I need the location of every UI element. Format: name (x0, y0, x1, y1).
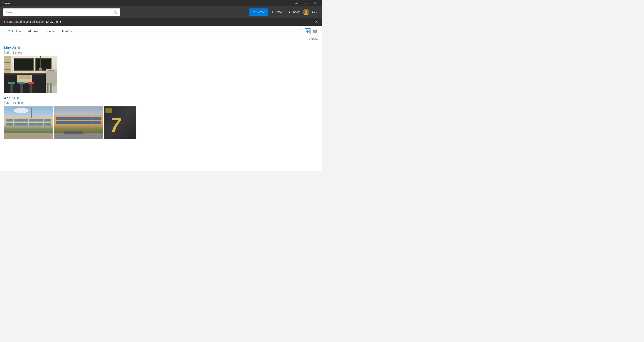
notification-message: 5 items added to your collection. (4, 20, 44, 23)
app-title: Photos (2, 2, 10, 5)
svg-rect-7 (308, 32, 309, 33)
create-label: Create (256, 10, 265, 14)
import-button[interactable]: ⬇ Import (286, 8, 302, 16)
tabs: Collection Albums People Folders (4, 27, 298, 35)
show-label[interactable]: Show (311, 38, 318, 41)
svg-rect-14 (313, 32, 314, 33)
section-may2018: May 2018 5/23 1 photo (4, 46, 318, 93)
svg-rect-8 (313, 30, 314, 30)
photo-row-april2018: 7 (4, 106, 318, 139)
select-label: Select (274, 10, 282, 14)
tabs-row: Collection Albums People Folders (4, 26, 318, 36)
search-icon: 🔍 (114, 10, 118, 14)
main-content: Collection Albums People Folders (0, 26, 322, 171)
svg-point-1 (305, 10, 307, 13)
section-count-april2018: 4 photos (13, 101, 24, 104)
notification-close-button[interactable]: ✕ (315, 20, 318, 24)
view-controls (298, 28, 318, 34)
svg-rect-11 (313, 31, 314, 32)
photo-row-may2018: menu items... (4, 56, 318, 93)
import-label: Import (292, 10, 300, 14)
section-month-april2018[interactable]: April 2018 (4, 96, 318, 100)
section-meta-may2018: 5/23 1 photo (4, 51, 318, 54)
close-button[interactable]: ✕ (310, 0, 320, 6)
select-icon: ≡ (272, 10, 273, 14)
svg-rect-5 (308, 30, 309, 31)
title-bar-left: Photos (2, 2, 10, 5)
minimize-button[interactable]: ─ (292, 0, 301, 6)
photo-cafe[interactable]: menu items... (4, 56, 57, 93)
toolbar: 🔍 ⊞ Create ≡ Select ⬇ Import ••• (0, 6, 322, 18)
svg-rect-15 (314, 32, 315, 33)
section-april2018: April 2018 4/30 4 photos (4, 96, 318, 139)
view-single-icon (299, 30, 302, 33)
view-small-grid-button[interactable] (312, 28, 318, 34)
view-medium-grid-icon (306, 30, 310, 33)
tab-collection[interactable]: Collection (4, 27, 24, 36)
create-icon: ⊞ (253, 10, 255, 14)
notification-bar: 5 items added to your collection. Show t… (0, 18, 322, 26)
section-month-may2018[interactable]: May 2018 (4, 46, 318, 50)
svg-rect-12 (314, 31, 315, 32)
view-single-button[interactable] (298, 28, 304, 34)
svg-rect-9 (314, 30, 315, 30)
svg-rect-16 (316, 32, 316, 33)
tab-albums[interactable]: Albums (24, 27, 42, 36)
section-count-may2018: 1 photo (13, 51, 22, 54)
section-date-may2018: 5/23 (4, 51, 10, 54)
svg-rect-13 (316, 31, 316, 32)
svg-rect-10 (316, 30, 316, 30)
title-bar-controls: ─ □ ✕ (292, 0, 320, 6)
svg-rect-3 (299, 30, 302, 33)
create-button[interactable]: ⊞ Create (249, 8, 268, 16)
maximize-button[interactable]: □ (301, 0, 310, 6)
select-button[interactable]: ≡ Select (269, 8, 285, 16)
search-input[interactable] (6, 10, 112, 14)
avatar-image (303, 9, 309, 15)
photo-building-2[interactable] (54, 106, 103, 139)
tab-folders[interactable]: Folders (58, 27, 76, 36)
photo-graffiti[interactable]: 7 (104, 106, 136, 139)
notification-show-link[interactable]: Show them! (46, 20, 61, 23)
show-row: ↓ Show (4, 36, 318, 43)
title-bar: Photos ─ □ ✕ (0, 0, 322, 6)
toolbar-right: ⊞ Create ≡ Select ⬇ Import ••• (249, 8, 319, 16)
photo-building-1[interactable] (4, 106, 53, 139)
import-icon: ⬇ (288, 10, 290, 14)
avatar[interactable] (303, 9, 309, 15)
view-medium-grid-button[interactable] (305, 28, 311, 34)
svg-rect-6 (306, 32, 308, 33)
tab-people[interactable]: People (42, 27, 58, 36)
section-date-april2018: 4/30 (4, 101, 10, 104)
svg-rect-4 (306, 30, 308, 31)
more-button[interactable]: ••• (310, 10, 319, 14)
show-arrow-icon: ↓ (309, 38, 310, 41)
section-meta-april2018: 4/30 4 photos (4, 101, 318, 104)
view-small-grid-icon (313, 30, 317, 33)
search-box: 🔍 (3, 8, 120, 16)
